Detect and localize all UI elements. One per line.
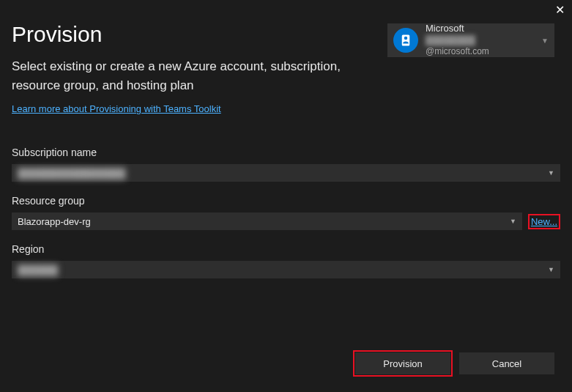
region-label: Region	[12, 243, 560, 255]
account-selector[interactable]: Microsoft ████████@microsoft.com ▼	[387, 23, 554, 57]
new-resource-group-link[interactable]: New...	[531, 216, 557, 227]
account-org: Microsoft	[426, 23, 534, 35]
region-dropdown[interactable]: ██████ ▼	[12, 261, 560, 278]
chevron-down-icon: ▼	[548, 169, 554, 177]
provision-button[interactable]: Provision	[355, 352, 450, 374]
region-value: ██████	[18, 265, 58, 275]
subscription-value: ████████████████	[18, 168, 125, 179]
account-info: Microsoft ████████@microsoft.com	[426, 23, 534, 58]
subscription-label: Subscription name	[12, 147, 560, 158]
page-subtitle: Select existing or create a new Azure ac…	[12, 57, 378, 95]
footer-buttons: Provision Cancel	[355, 352, 554, 374]
resource-group-value: Blazorapp-dev-rg	[18, 216, 91, 227]
account-email: ████████@microsoft.com	[426, 35, 534, 58]
chevron-down-icon: ▼	[510, 218, 516, 225]
chevron-down-icon: ▼	[541, 37, 549, 45]
resource-group-label: Resource group	[12, 195, 560, 207]
learn-more-link[interactable]: Learn more about Provisioning with Teams…	[12, 103, 221, 114]
cancel-button[interactable]: Cancel	[459, 352, 554, 374]
account-badge-icon	[393, 28, 418, 53]
new-resource-group-highlight: New...	[528, 214, 560, 229]
resource-group-dropdown[interactable]: Blazorapp-dev-rg ▼	[12, 212, 522, 230]
chevron-down-icon: ▼	[548, 266, 554, 273]
close-button[interactable]: ✕	[555, 4, 565, 16]
subscription-dropdown[interactable]: ████████████████ ▼	[12, 164, 560, 182]
